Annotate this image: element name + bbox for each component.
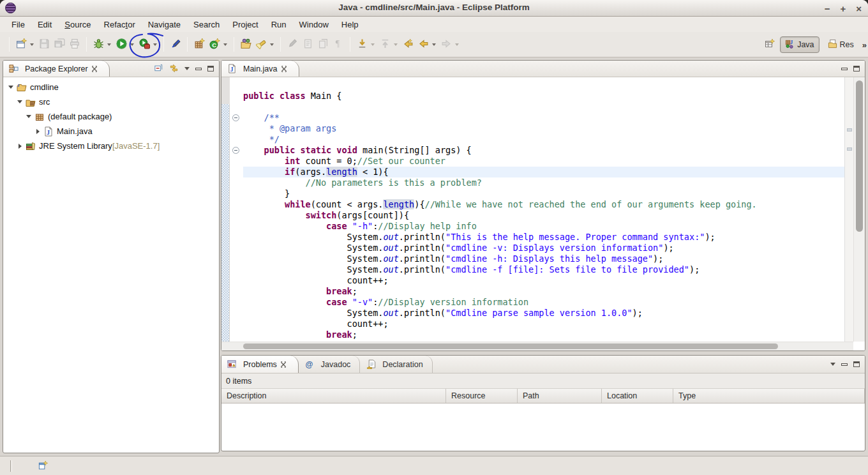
code-line-20[interactable]: case "-v"://Display version information [243, 297, 844, 308]
menu-refactor[interactable]: Refactor [98, 18, 142, 31]
tab-package-explorer[interactable]: Package Explorer [3, 61, 110, 77]
code-line-11[interactable]: while(count < args.length){//While we ha… [243, 199, 844, 210]
chevron-expanded-icon[interactable] [16, 100, 24, 103]
maximize-view-icon[interactable] [853, 361, 860, 367]
code-line-5[interactable]: */ [243, 134, 844, 145]
debug-button[interactable] [91, 37, 105, 52]
menu-project[interactable]: Project [226, 18, 264, 31]
occurrence-marker[interactable] [847, 147, 852, 151]
maximize-view-icon[interactable] [207, 66, 214, 72]
menu-search[interactable]: Search [187, 18, 226, 31]
code-line-23[interactable]: break; [243, 329, 844, 340]
fold-collapse-icon[interactable] [232, 147, 239, 154]
dropdown-arrow-icon[interactable] [30, 43, 34, 46]
close-icon[interactable] [280, 361, 287, 368]
tree-item-main-java[interactable]: JMain.java [3, 124, 219, 139]
column-header-location[interactable]: Location [602, 389, 673, 403]
fold-collapse-icon[interactable] [232, 114, 239, 121]
minimize-view-icon[interactable] [195, 68, 202, 70]
menu-source[interactable]: Source [58, 18, 97, 31]
collapse-all-icon[interactable] [154, 63, 163, 75]
code-line-14[interactable]: System.out.println("This is the help mes… [243, 232, 844, 243]
minimize-view-icon[interactable] [841, 363, 848, 366]
dropdown-arrow-icon[interactable] [223, 43, 227, 46]
column-header-path[interactable]: Path [518, 389, 602, 403]
chevron-expanded-icon[interactable] [7, 86, 15, 89]
toolbar-overflow-chevron[interactable]: » [862, 40, 867, 50]
menu-edit[interactable]: Edit [31, 18, 58, 31]
search-button[interactable] [254, 37, 268, 52]
code-editor[interactable]: public class Main { /** * @param args */… [243, 77, 844, 342]
menu-navigate[interactable]: Navigate [142, 18, 187, 31]
dropdown-arrow-icon[interactable] [130, 43, 134, 46]
close-window-button[interactable]: × [856, 4, 862, 13]
code-line-15[interactable]: System.out.println("cmdline -v: Displays… [243, 243, 844, 253]
run-external-tools-button[interactable] [137, 37, 151, 52]
code-line-1[interactable]: public class Main { [243, 91, 844, 102]
horizontal-scrollbar-thumb[interactable] [243, 343, 778, 349]
problems-table-body[interactable] [221, 403, 865, 449]
code-line-9[interactable]: //No parameters is this a problem? [243, 177, 844, 188]
code-line-12[interactable]: switch(args[count]){ [243, 210, 844, 221]
column-header-type[interactable]: Type [673, 389, 865, 403]
tab-main-java[interactable]: J Main.java [221, 61, 299, 77]
chevron-expanded-icon[interactable] [25, 115, 33, 118]
maximize-window-button[interactable]: + [840, 4, 846, 13]
open-type-button[interactable] [239, 37, 253, 52]
back-button[interactable] [416, 37, 430, 52]
code-line-21[interactable]: System.out.println("Cmdline parse sample… [243, 308, 844, 319]
code-line-22[interactable]: count++; [243, 319, 844, 329]
code-line-3[interactable]: /** [243, 112, 844, 123]
column-header-resource[interactable]: Resource [446, 389, 518, 403]
column-header-description[interactable]: Description [221, 389, 446, 403]
close-icon[interactable] [91, 66, 98, 72]
perspective-java-button[interactable]: JJava [780, 36, 819, 53]
run-button[interactable] [114, 37, 128, 52]
restore-views-icon[interactable] [38, 461, 48, 472]
minimize-editor-icon[interactable] [841, 68, 848, 70]
code-line-18[interactable]: count++; [243, 275, 844, 286]
code-line-16[interactable]: System.out.println("cmdline -h: Displays… [243, 253, 844, 264]
dropdown-arrow-icon[interactable] [153, 43, 157, 46]
last-edit-location-button[interactable] [401, 37, 415, 52]
new-java-class-button[interactable]: C [207, 37, 221, 52]
code-line-2[interactable] [243, 102, 844, 112]
menu-run[interactable]: Run [265, 18, 293, 31]
vertical-scrollbar[interactable] [853, 77, 865, 342]
link-with-editor-icon[interactable] [169, 63, 179, 75]
code-line-19[interactable]: break; [243, 286, 844, 297]
maximize-editor-icon[interactable] [853, 66, 860, 72]
open-perspective-button[interactable] [763, 38, 776, 52]
tree-item-cmdline[interactable]: Jcmdline [3, 80, 219, 94]
trim-sash[interactable] [10, 460, 12, 472]
next-annotation-button[interactable] [355, 37, 369, 52]
tab-problems[interactable]: Problems [221, 356, 299, 373]
dropdown-arrow-icon[interactable] [270, 43, 274, 46]
vertical-scrollbar-thumb[interactable] [856, 80, 863, 232]
editor-left-ruler[interactable] [221, 77, 230, 342]
new-java-package-button[interactable] [192, 37, 206, 52]
view-menu-icon[interactable] [184, 67, 190, 70]
code-line-17[interactable]: System.out.println("cmdline -f [file]: S… [243, 264, 844, 275]
tree-item--default-package-[interactable]: (default package) [3, 109, 219, 124]
code-line-7[interactable]: int count = 0;//Set our counter [243, 156, 844, 167]
menu-help[interactable]: Help [335, 18, 365, 31]
tab-javadoc[interactable]: @Javadoc [299, 356, 361, 373]
chevron-collapsed-icon[interactable] [34, 129, 41, 134]
code-line-13[interactable]: case "-h"://Display help info [243, 221, 844, 232]
horizontal-scrollbar[interactable] [221, 342, 853, 351]
slashed-pen-button[interactable] [168, 37, 183, 52]
close-icon[interactable] [281, 66, 287, 72]
code-line-6[interactable]: public static void main(String[] args) { [243, 145, 844, 156]
dropdown-arrow-icon[interactable] [432, 43, 436, 46]
occurrence-marker[interactable] [847, 128, 852, 132]
overview-ruler[interactable] [844, 77, 853, 342]
dropdown-arrow-icon[interactable] [107, 43, 111, 46]
code-line-8[interactable]: if(args.length < 1){ [243, 167, 844, 177]
tree-item-src[interactable]: src [3, 94, 219, 109]
chevron-collapsed-icon[interactable] [16, 144, 24, 149]
tree-item-jre-system-library[interactable]: JRE System Library [JavaSE-1.7] [3, 139, 219, 153]
tab-declaration[interactable]: Declaration [360, 356, 432, 373]
new-wizard-button[interactable] [14, 37, 28, 52]
minimize-window-button[interactable]: − [825, 4, 830, 13]
